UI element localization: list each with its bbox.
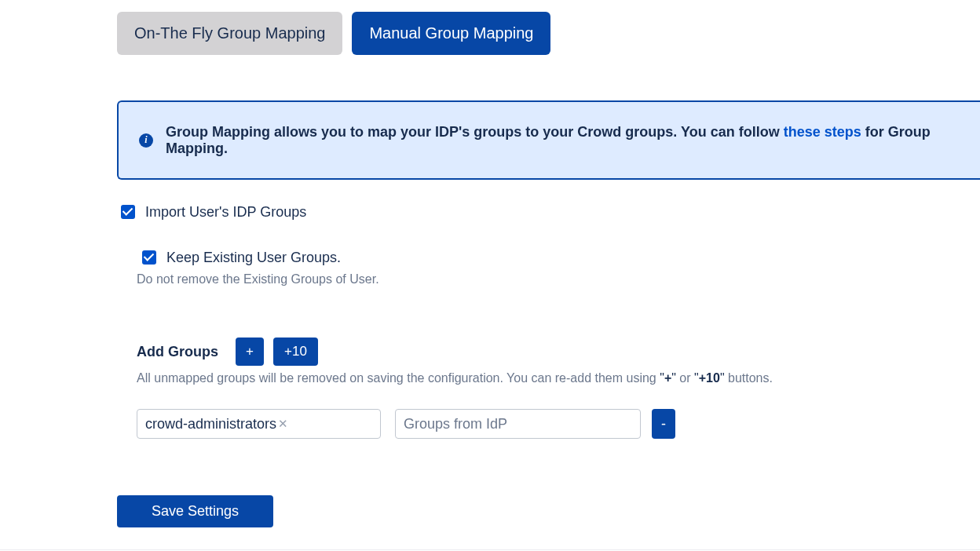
add-groups-label: Add Groups	[137, 344, 218, 360]
tab-on-the-fly[interactable]: On-The Fly Group Mapping	[117, 12, 342, 55]
info-text-prefix: Group Mapping allows you to map your IDP…	[166, 124, 784, 140]
crowd-group-tag: crowd-administrators	[145, 416, 276, 432]
add-hint-plus10: +10	[699, 371, 720, 385]
crowd-group-box[interactable]: crowd-administrators✕	[137, 409, 381, 439]
info-icon: i	[139, 133, 153, 148]
info-panel: i Group Mapping allows you to map your I…	[117, 100, 980, 180]
save-row: Save Settings	[117, 495, 273, 527]
add-one-button[interactable]: +	[236, 338, 264, 366]
import-idp-label: Import User's IDP Groups	[145, 204, 306, 221]
remove-tag-icon[interactable]: ✕	[278, 417, 288, 431]
remove-row-button[interactable]: -	[652, 409, 675, 439]
add-ten-button[interactable]: +10	[273, 338, 318, 366]
add-hint-or: or	[676, 371, 694, 385]
keep-existing-checkbox[interactable]	[142, 250, 156, 265]
save-settings-button[interactable]: Save Settings	[117, 495, 273, 527]
keep-existing-hint: Do not remove the Existing Groups of Use…	[137, 272, 379, 286]
info-link[interactable]: these steps	[784, 124, 861, 140]
keep-existing-label: Keep Existing User Groups.	[166, 250, 341, 266]
add-hint-suffix: buttons.	[725, 371, 773, 385]
mapping-row: crowd-administrators✕ -	[137, 409, 675, 439]
tabs: On-The Fly Group Mapping Manual Group Ma…	[117, 12, 550, 55]
add-groups-hint: All unmapped groups will be removed on s…	[137, 371, 773, 385]
import-idp-row: Import User's IDP Groups	[118, 203, 306, 221]
tab-manual[interactable]: Manual Group Mapping	[352, 12, 550, 55]
import-idp-checkbox[interactable]	[121, 205, 135, 219]
add-groups-row: Add Groups + +10	[137, 338, 318, 366]
idp-group-input[interactable]	[395, 409, 641, 439]
keep-existing-row: Keep Existing User Groups.	[139, 248, 341, 267]
info-text: Group Mapping allows you to map your IDP…	[166, 124, 960, 157]
add-hint-prefix: All unmapped groups will be removed on s…	[137, 371, 660, 385]
divider	[0, 549, 980, 550]
add-hint-plus: +	[664, 371, 671, 385]
